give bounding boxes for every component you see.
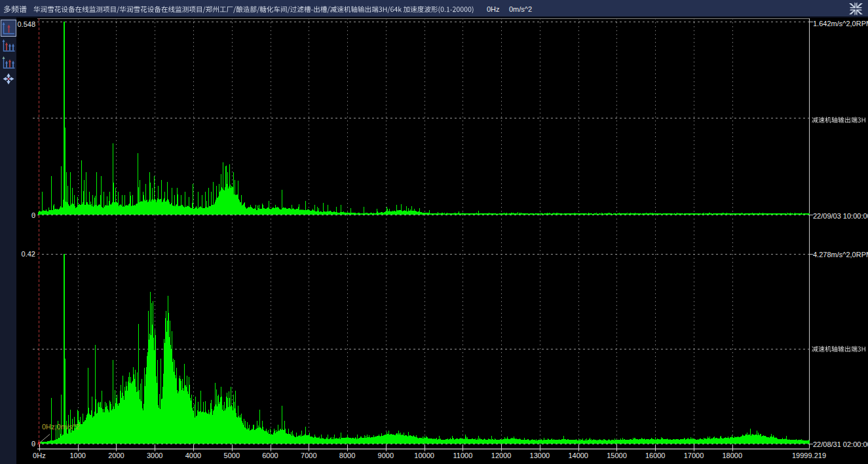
svg-text:0m/s^2: 0m/s^2 — [509, 5, 532, 13]
svg-text:6000: 6000 — [262, 452, 278, 459]
svg-text:9000: 9000 — [378, 452, 394, 459]
svg-text:0Hz,0m/s^2: 0Hz,0m/s^2 — [42, 423, 80, 431]
svg-text:0.42: 0.42 — [22, 250, 35, 258]
svg-text:0Hz: 0Hz — [33, 452, 46, 459]
svg-text:4000: 4000 — [185, 452, 201, 459]
svg-text:22/09/03 10:00:00: 22/09/03 10:00:00 — [813, 212, 868, 220]
svg-text:7000: 7000 — [301, 452, 316, 459]
svg-text:11000: 11000 — [453, 452, 473, 459]
svg-text:12000: 12000 — [491, 452, 512, 459]
svg-text:19999.219: 19999.219 — [792, 452, 826, 459]
svg-text:17000: 17000 — [684, 452, 704, 459]
svg-text:0: 0 — [31, 211, 35, 219]
svg-text:5000: 5000 — [224, 452, 240, 459]
svg-text:1.642m/s^2,0RPM: 1.642m/s^2,0RPM — [813, 20, 868, 27]
svg-text:0: 0 — [31, 440, 35, 448]
svg-text:22/08/31 02:00:00: 22/08/31 02:00:00 — [813, 440, 868, 448]
svg-text:13000: 13000 — [530, 452, 550, 459]
svg-text:0Hz: 0Hz — [487, 5, 500, 13]
svg-text:1000: 1000 — [69, 452, 85, 459]
svg-text:15000: 15000 — [607, 452, 627, 459]
svg-text:18000: 18000 — [723, 452, 743, 459]
svg-text:2000: 2000 — [108, 452, 124, 459]
svg-text:3000: 3000 — [147, 452, 162, 459]
svg-text:10000: 10000 — [414, 452, 434, 459]
svg-text:14000: 14000 — [568, 452, 588, 459]
svg-text:0.548: 0.548 — [17, 20, 35, 28]
svg-text:4.278m/s^2,0RPM: 4.278m/s^2,0RPM — [813, 251, 868, 259]
svg-text:8000: 8000 — [339, 452, 355, 459]
svg-text:16000: 16000 — [645, 452, 666, 459]
